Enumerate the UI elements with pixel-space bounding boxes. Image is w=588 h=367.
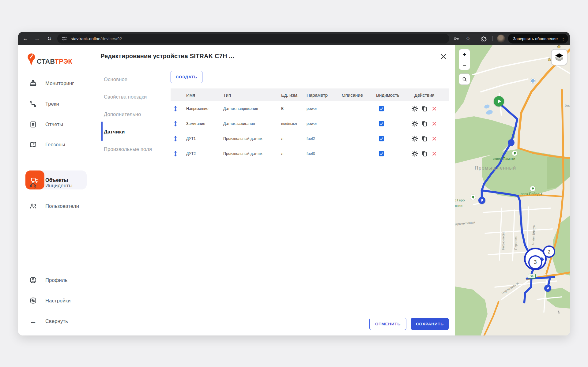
- sensor-settings-icon[interactable]: [411, 150, 418, 157]
- parking-marker[interactable]: P: [478, 197, 485, 204]
- copy-icon[interactable]: [421, 120, 428, 127]
- parking-marker[interactable]: P: [544, 285, 551, 292]
- sidebar-label-profile: Профиль: [45, 277, 68, 283]
- sidebar-item-settings[interactable]: Настройки: [18, 293, 94, 309]
- cell-param: fuel3: [307, 152, 315, 156]
- sidebar-item-monitoring[interactable]: Мониторинг: [18, 75, 94, 91]
- sidebar-item-geozones[interactable]: Геозоны: [18, 137, 94, 152]
- header-unit: Ед. изм.: [281, 92, 299, 98]
- layers-icon: [554, 52, 564, 62]
- visibility-checkbox[interactable]: [379, 106, 384, 111]
- cell-type: Датчик напряжения: [223, 107, 258, 111]
- map[interactable]: Промышленный сквер Памяти парк Победы ск…: [455, 45, 570, 335]
- sidebar-label-collapse: Свернуть: [45, 318, 68, 324]
- zoom-in-button[interactable]: +: [459, 49, 470, 60]
- finish-update-label: Завершить обновление: [513, 36, 558, 41]
- visibility-checkbox[interactable]: [379, 151, 384, 156]
- sidebar-item-incidents[interactable]: Инциденты: [18, 178, 94, 193]
- delete-icon[interactable]: [432, 121, 437, 126]
- drag-handle-icon[interactable]: [173, 105, 178, 112]
- map-canvas: [455, 45, 570, 335]
- header-param: Параметр: [307, 92, 328, 98]
- back-icon[interactable]: ←: [22, 32, 29, 45]
- copy-icon[interactable]: [421, 150, 428, 157]
- copy-icon[interactable]: [421, 135, 428, 142]
- header-type: Тип: [223, 92, 231, 98]
- sidebar-collapse[interactable]: ← Свернуть: [18, 313, 94, 329]
- sidebar-item-users[interactable]: Пользователи: [18, 198, 94, 214]
- bookmark-star-icon[interactable]: ☆: [464, 32, 472, 45]
- settings-icon: [29, 297, 37, 305]
- map-layers-button[interactable]: [551, 49, 567, 66]
- sidebar-label-settings: Настройки: [45, 298, 71, 304]
- password-key-icon[interactable]: [452, 32, 460, 45]
- browser-menu-icon[interactable]: ⋮: [561, 36, 566, 41]
- stavtrack-logo[interactable]: СТАВТРЭК: [27, 51, 85, 66]
- profile-avatar[interactable]: [497, 35, 505, 43]
- logo-part1: СТАВ: [37, 58, 55, 65]
- tab-additional[interactable]: Дополнительно: [104, 111, 141, 117]
- delete-icon[interactable]: [432, 151, 437, 156]
- cell-param: power: [307, 107, 317, 111]
- url-bar[interactable]: stavtrack.online/devices/92: [57, 34, 449, 43]
- zoom-out-button[interactable]: −: [459, 60, 470, 70]
- sidebar-label-reports: Отчеты: [45, 122, 63, 127]
- route-start-marker[interactable]: [494, 96, 504, 107]
- extensions-icon[interactable]: [480, 32, 488, 45]
- save-button[interactable]: СОХРАНИТЬ: [411, 318, 449, 330]
- visibility-checkbox[interactable]: [379, 121, 384, 126]
- visibility-checkbox[interactable]: [379, 136, 384, 141]
- logo-pin-icon: [27, 53, 36, 66]
- cluster-count: 3: [528, 255, 542, 269]
- zoom-controls: + −: [459, 49, 470, 70]
- delete-icon[interactable]: [432, 136, 437, 141]
- tab-trip-properties[interactable]: Свойства поездки: [104, 94, 147, 100]
- tree-icon: [470, 195, 476, 200]
- table-header: Имя Тип Ед. изм. Параметр Описание Видим…: [171, 88, 449, 101]
- close-icon[interactable]: [439, 53, 447, 61]
- cluster-marker-small[interactable]: 2: [543, 245, 555, 258]
- delete-icon[interactable]: [432, 106, 437, 111]
- cancel-button[interactable]: ОТМЕНИТЬ: [369, 318, 406, 330]
- route-node-marker[interactable]: [508, 139, 514, 146]
- table-row: ДУТ1 Произвольный датчик л fuel2: [171, 131, 449, 146]
- browser-window: ← → ↻ stavtrack.online/devices/92: [18, 32, 570, 335]
- cell-name: Напряжение: [186, 107, 208, 111]
- sidebar-item-reports[interactable]: Отчеты: [18, 116, 94, 132]
- sidebar-label-geozones: Геозоны: [45, 142, 65, 148]
- header-actions: Действия: [414, 92, 435, 98]
- sidebar-item-profile[interactable]: Профиль: [18, 272, 94, 288]
- cell-name: ДУТ2: [186, 152, 196, 156]
- cell-name: Зажигание: [186, 122, 205, 126]
- create-button[interactable]: СОЗДАТЬ: [171, 71, 202, 83]
- site-settings-icon[interactable]: [62, 36, 67, 41]
- finish-update-button[interactable]: Завершить обновление ⋮: [508, 34, 568, 43]
- url-host: stavtrack.online: [71, 36, 100, 41]
- drag-handle-icon[interactable]: [173, 120, 178, 127]
- forward-icon[interactable]: →: [33, 32, 41, 45]
- sensor-settings-icon[interactable]: [411, 105, 418, 112]
- tab-main[interactable]: Основное: [104, 77, 127, 82]
- url-path: /devices/92: [100, 36, 122, 41]
- sensor-settings-icon[interactable]: [411, 135, 418, 142]
- logo-text: СТАВТРЭК: [37, 58, 72, 66]
- incidents-icon: [29, 182, 37, 189]
- sidebar-item-tracks[interactable]: Треки: [18, 96, 94, 112]
- sensors-table: Имя Тип Ед. изм. Параметр Описание Видим…: [171, 88, 449, 161]
- reload-icon[interactable]: ↻: [46, 32, 53, 45]
- tab-custom-fields[interactable]: Произвольные поля: [104, 146, 152, 152]
- drag-handle-icon[interactable]: [173, 150, 178, 157]
- header-description: Описание: [342, 92, 363, 98]
- monument-icon: [557, 310, 560, 315]
- map-search-button[interactable]: [459, 73, 470, 85]
- sidebar-label-monitoring: Мониторинг: [45, 81, 74, 86]
- copy-icon[interactable]: [421, 105, 428, 112]
- tree-icon: [530, 186, 535, 191]
- sensor-settings-icon[interactable]: [411, 120, 418, 127]
- table-row: Напряжение Датчик напряжения В power: [171, 101, 449, 116]
- sidebar-label-tracks: Треки: [45, 101, 59, 107]
- cell-type: Датчик зажигания: [223, 122, 255, 126]
- tab-sensors[interactable]: Датчики: [104, 129, 125, 135]
- drag-handle-icon[interactable]: [173, 135, 178, 142]
- cell-unit: В: [281, 107, 284, 111]
